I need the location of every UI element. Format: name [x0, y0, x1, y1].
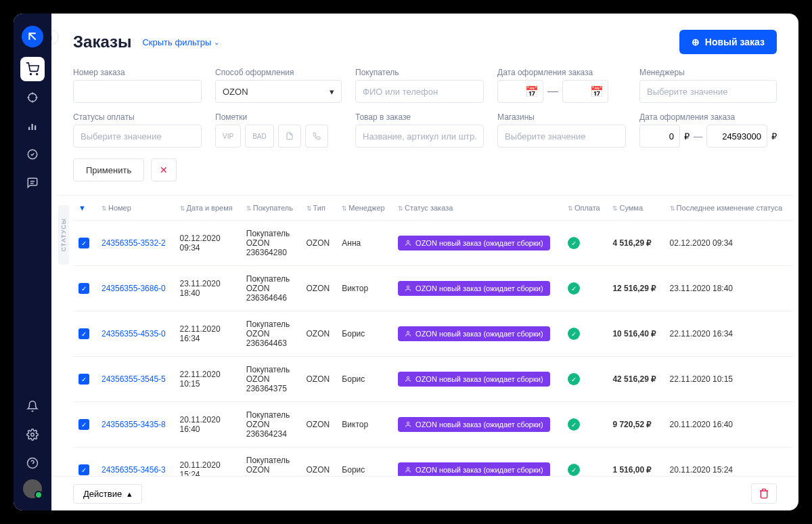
payment-ok-icon: ✓ [568, 464, 580, 476]
cell-manager: Виктор [336, 402, 392, 447]
row-checkbox[interactable]: ✓ [78, 374, 89, 385]
cell-type: OZON [301, 402, 337, 447]
nav-tasks[interactable] [20, 142, 45, 167]
filter-price-label: Дата оформления заказа [639, 112, 777, 122]
statuses-panel-handle[interactable]: СТАТУСЫ [58, 205, 69, 265]
new-order-button[interactable]: ⊕ Новый заказ [679, 30, 777, 54]
filter-order-number-label: Номер заказа [73, 68, 202, 77]
toggle-filters-link[interactable]: Скрыть фильтры ⌄ [142, 37, 219, 47]
col-sum[interactable]: ⇅Сумма [607, 196, 664, 221]
col-changed[interactable]: ⇅Последнее изменение статуса [664, 196, 793, 221]
tag-note-button[interactable] [278, 125, 301, 148]
row-checkbox[interactable]: ✓ [78, 283, 89, 294]
filter-date-label: Дата оформления заказа [497, 68, 626, 77]
cell-changed: 20.11.2020 16:40 [664, 402, 793, 447]
svg-point-2 [28, 93, 37, 102]
date-to-input[interactable]: 📅 [562, 80, 608, 103]
date-from-input[interactable]: 📅 [497, 80, 543, 103]
cell-buyer: ПокупательOZON236364375 [241, 357, 301, 402]
cell-date: 22.11.202016:34 [175, 311, 241, 357]
apply-button[interactable]: Применить [73, 158, 144, 181]
filter-buyer-input[interactable] [355, 80, 484, 103]
table-row[interactable]: ✓24356355-3456-320.11.202015:24Покупател… [73, 447, 793, 477]
table-row[interactable]: ✓24356355-3545-522.11.202010:15Покупател… [73, 357, 793, 402]
caret-down-icon: ▾ [330, 87, 334, 97]
order-number-link[interactable]: 24356355-4535-0 [102, 329, 166, 339]
cell-sum: 4 516,29 ₽ [607, 221, 664, 266]
status-badge[interactable]: OZON новый заказ (ожидает сборки) [398, 236, 549, 250]
table-row[interactable]: ✓24356355-4535-022.11.202016:34Покупател… [73, 311, 793, 357]
col-buyer[interactable]: ⇅Покупатель [241, 196, 301, 221]
status-badge[interactable]: OZON новый заказ (ожидает сборки) [398, 326, 549, 341]
order-number-link[interactable]: 24356355-3686-0 [102, 284, 166, 293]
nav-analytics[interactable] [20, 114, 45, 138]
price-from-input[interactable] [639, 125, 680, 148]
cell-buyer: ПокупательOZON236364280 [241, 221, 301, 266]
col-status[interactable]: ⇅Статус заказа [392, 196, 562, 221]
status-badge[interactable]: OZON новый заказ (ожидает сборки) [398, 372, 549, 387]
calendar-icon: 📅 [525, 85, 539, 98]
row-checkbox[interactable]: ✓ [78, 464, 89, 475]
nav-notifications[interactable] [20, 394, 45, 418]
row-checkbox[interactable]: ✓ [78, 238, 89, 248]
filter-product-input[interactable] [355, 125, 484, 148]
cell-buyer: ПокупательOZON236364646 [241, 266, 301, 311]
cell-manager: Борис [336, 357, 392, 402]
status-badge[interactable]: OZON новый заказ (ожидает сборки) [398, 462, 549, 476]
delete-button[interactable] [751, 483, 777, 504]
clear-filters-button[interactable]: ✕ [151, 158, 177, 181]
payment-ok-icon: ✓ [568, 328, 580, 340]
payment-ok-icon: ✓ [568, 237, 580, 249]
nav-help[interactable] [20, 451, 45, 475]
orders-table: ▼ ⇅Номер ⇅Дата и время ⇅Покупатель ⇅Тип … [73, 196, 793, 476]
price-to-input[interactable] [706, 125, 767, 148]
tag-vip-button[interactable]: VIP [215, 125, 241, 148]
tag-call-button[interactable] [305, 125, 328, 148]
logo[interactable] [22, 26, 43, 47]
cell-buyer: ПокупательOZON236364351 [241, 447, 301, 477]
col-datetime[interactable]: ⇅Дата и время [175, 196, 241, 221]
table-row[interactable]: ✓24356355-3686-023.11.202018:40Покупател… [73, 266, 793, 311]
col-manager[interactable]: ⇅Менеджер [336, 196, 392, 221]
svg-rect-9 [35, 125, 36, 130]
sort-indicator-icon[interactable]: ▼ [78, 204, 86, 212]
table-row[interactable]: ✓24356355-3532-202.12.202009:34Покупател… [73, 221, 793, 266]
col-number[interactable]: ⇅Номер [96, 196, 175, 221]
avatar[interactable] [23, 479, 42, 498]
status-badge[interactable]: OZON новый заказ (ожидает сборки) [398, 281, 549, 296]
sidebar [14, 14, 51, 510]
payment-ok-icon: ✓ [568, 373, 580, 385]
cell-changed: 02.12.2020 09:34 [664, 221, 793, 266]
svg-rect-7 [28, 127, 30, 131]
payment-ok-icon: ✓ [568, 282, 580, 294]
order-number-link[interactable]: 24356355-3456-3 [102, 465, 166, 475]
order-number-link[interactable]: 24356355-3545-5 [102, 374, 166, 384]
payment-ok-icon: ✓ [568, 418, 580, 431]
cell-manager: Виктор [336, 266, 392, 311]
cell-type: OZON [301, 447, 337, 477]
filter-paystatus-input[interactable] [73, 125, 202, 148]
row-checkbox[interactable]: ✓ [78, 328, 89, 339]
cell-type: OZON [301, 357, 337, 402]
col-payment[interactable]: ⇅Оплата [562, 196, 608, 221]
filter-method-select[interactable]: OZON ▾ [215, 80, 342, 103]
nav-target[interactable] [20, 85, 45, 110]
cell-type: OZON [301, 266, 337, 311]
filter-managers-label: Менеджеры [639, 68, 777, 77]
filter-managers-input[interactable] [639, 80, 777, 103]
nav-settings[interactable] [20, 422, 45, 447]
filter-shops-input[interactable] [497, 125, 626, 148]
order-number-link[interactable]: 24356355-3532-2 [102, 238, 166, 248]
cell-date: 20.11.202016:40 [175, 402, 241, 447]
cell-manager: Борис [336, 447, 392, 477]
filter-order-number-input[interactable] [73, 80, 202, 103]
col-type[interactable]: ⇅Тип [301, 196, 337, 221]
bulk-action-dropdown[interactable]: Действие ▴ [73, 484, 142, 504]
status-badge[interactable]: OZON новый заказ (ожидает сборки) [398, 417, 549, 432]
nav-orders[interactable] [20, 57, 45, 81]
tag-bad-button[interactable]: BAD [245, 125, 274, 148]
order-number-link[interactable]: 24356355-3435-8 [102, 420, 166, 429]
table-row[interactable]: ✓24356355-3435-820.11.202016:40Покупател… [73, 402, 793, 447]
nav-chat[interactable] [20, 171, 45, 195]
row-checkbox[interactable]: ✓ [78, 419, 89, 430]
